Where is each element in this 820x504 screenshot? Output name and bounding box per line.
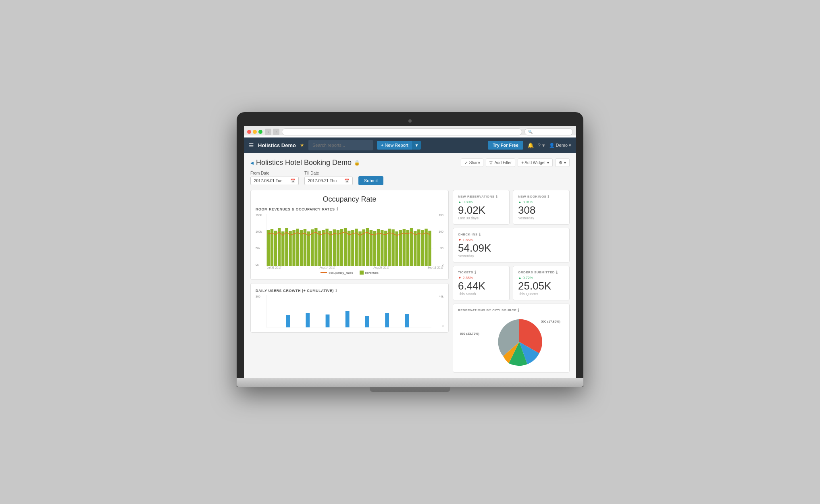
- bell-icon[interactable]: 🔔: [527, 142, 534, 148]
- help-icon[interactable]: ? ▾: [538, 142, 545, 148]
- kpi-label-0: NEW RESERVATIONS ℹ: [458, 194, 504, 199]
- new-report-dropdown[interactable]: ▼: [412, 141, 421, 150]
- till-date-group: Till Date 2017-09-21 Thu 📅: [304, 171, 353, 185]
- svg-rect-46: [417, 229, 420, 266]
- svg-rect-52: [286, 315, 290, 327]
- svg-rect-7: [274, 231, 277, 266]
- daily-bar-chart: [266, 295, 431, 327]
- settings-button[interactable]: ⚙ ▾: [555, 158, 570, 167]
- from-date-input[interactable]: 2017-08-01 Tue 📅: [250, 177, 299, 185]
- filter-icon: ▽: [489, 160, 493, 165]
- lock-icon: 🔒: [354, 160, 360, 166]
- kpi-period-1: Yesterday: [518, 216, 564, 220]
- chart-legend: occupancy_rates revenues: [256, 271, 443, 275]
- app-header: ☰ Holistics Demo ★ + New Report ▼ Try Fo…: [244, 137, 576, 153]
- submit-button[interactable]: Submit: [358, 176, 383, 185]
- kpi-change-4: ▲ 0.72%: [518, 276, 564, 280]
- svg-rect-11: [289, 231, 291, 266]
- kpi-period-3: This Month: [458, 292, 504, 296]
- kpi-label-2: CHECK-INS ℹ: [458, 232, 564, 237]
- svg-rect-15: [304, 229, 306, 266]
- from-date-group: From Date 2017-08-01 Tue 📅: [250, 171, 299, 185]
- add-widget-button[interactable]: + Add Widget ▾: [518, 158, 553, 167]
- kpi-orders-submitted: ORDERS SUBMITTED ℹ ▲ 0.72% 25.05K This Q…: [513, 266, 570, 300]
- pie-annotation-500: 500 (17.86%): [541, 320, 560, 323]
- daily-chart-wrapper: 300: [256, 295, 443, 327]
- kpi-tickets: TICKETS ℹ ▼ 2.35% 6.44K This Month: [453, 266, 510, 300]
- kpi-label-3: TICKETS ℹ: [458, 270, 504, 275]
- svg-rect-57: [385, 313, 389, 327]
- new-report-button[interactable]: + New Report: [377, 141, 412, 150]
- svg-rect-33: [370, 230, 373, 266]
- header-actions: ↗ Share ▽ Add Filter + Add Widget ▾ ⚙: [461, 158, 570, 167]
- svg-rect-20: [322, 230, 325, 266]
- svg-rect-42: [403, 229, 406, 266]
- widget-chevron: ▾: [547, 160, 549, 165]
- svg-rect-35: [377, 229, 380, 266]
- kpi-change-1: ▲ 3.01%: [518, 200, 564, 204]
- till-date-input[interactable]: 2017-09-21 Thu 📅: [304, 177, 353, 185]
- svg-rect-40: [395, 231, 398, 266]
- svg-rect-26: [344, 228, 347, 266]
- kpi-new-bookings: NEW BOOKINGS ℹ ▲ 3.01% 308 Yesterday: [513, 190, 570, 225]
- right-column: NEW RESERVATIONS ℹ ▲ 0.30% 9.02K Last 30…: [453, 190, 570, 373]
- kpi-info-2: ℹ: [479, 232, 481, 237]
- svg-rect-12: [292, 230, 295, 266]
- svg-rect-37: [384, 231, 387, 266]
- bar-chart-container: 150k 100k 50k 0k: [256, 214, 443, 269]
- svg-rect-48: [425, 229, 427, 266]
- search-input[interactable]: [308, 140, 373, 150]
- svg-rect-19: [318, 231, 321, 266]
- calendar-icon: 📅: [290, 179, 295, 183]
- legend-line-indicator: [321, 272, 327, 273]
- daily-users-panel: DAILY USERS GROWTH (+ CUMULATIVE) ℹ 300: [250, 283, 449, 333]
- browser-chrome: ‹ › 🔍: [244, 126, 576, 135]
- laptop-stand: [370, 387, 450, 392]
- kpi-info-4: ℹ: [556, 270, 558, 275]
- hamburger-icon[interactable]: ☰: [249, 142, 254, 148]
- forward-button[interactable]: ›: [273, 129, 279, 135]
- user-menu[interactable]: 👤 Demo ▾: [549, 143, 571, 148]
- address-bar[interactable]: [282, 128, 522, 135]
- legend-bar-indicator: [360, 271, 364, 275]
- svg-rect-53: [306, 313, 310, 327]
- room-revenues-subtitle: ROOM REVENUES & OCCUPANCY RATES ℹ: [256, 207, 443, 211]
- maximize-button[interactable]: [258, 130, 262, 134]
- dashboard-header: ◂ Holistics Hotel Booking Demo 🔒 ↗ Share…: [250, 158, 570, 167]
- new-report-button-group: + New Report ▼: [377, 141, 421, 150]
- kpi-change-0: ▲ 0.30%: [458, 200, 504, 204]
- svg-rect-43: [406, 230, 409, 266]
- svg-rect-47: [421, 230, 424, 266]
- kpi-change-2: ▼ 1.85%: [458, 238, 564, 242]
- kpi-value-3: 6.44K: [458, 281, 504, 291]
- svg-rect-5: [267, 230, 270, 266]
- daily-chart-svg: [266, 295, 431, 327]
- app-logo: Holistics Demo: [258, 142, 296, 148]
- add-filter-button[interactable]: ▽ Add Filter: [486, 158, 515, 167]
- try-free-button[interactable]: Try For Free: [488, 141, 523, 150]
- svg-rect-31: [362, 229, 365, 266]
- laptop-screen: ‹ › 🔍 ☰ Holistics Demo ★ + New Report: [244, 126, 576, 378]
- content-area: ◂ Holistics Hotel Booking Demo 🔒 ↗ Share…: [244, 153, 576, 378]
- svg-rect-44: [410, 228, 413, 266]
- svg-rect-23: [333, 229, 336, 266]
- svg-rect-32: [366, 228, 369, 266]
- minimize-button[interactable]: [253, 130, 257, 134]
- svg-rect-29: [355, 229, 358, 266]
- kpi-value-1: 308: [518, 205, 564, 215]
- legend-occupancy: occupancy_rates: [321, 271, 353, 275]
- kpi-period-4: This Quarter: [518, 292, 564, 296]
- star-icon[interactable]: ★: [300, 142, 304, 148]
- share-button[interactable]: ↗ Share: [461, 158, 484, 167]
- back-button[interactable]: ‹: [265, 129, 271, 135]
- svg-rect-9: [281, 231, 284, 266]
- svg-rect-16: [307, 231, 310, 266]
- gear-icon: ⚙: [559, 160, 562, 165]
- kpi-change-3: ▼ 2.35%: [458, 276, 504, 280]
- svg-rect-25: [340, 229, 343, 266]
- info-icon: ℹ: [337, 207, 339, 211]
- svg-rect-54: [326, 314, 330, 327]
- browser-search[interactable]: 🔍: [524, 128, 573, 135]
- close-button[interactable]: [247, 130, 251, 134]
- from-date-label: From Date: [250, 171, 299, 175]
